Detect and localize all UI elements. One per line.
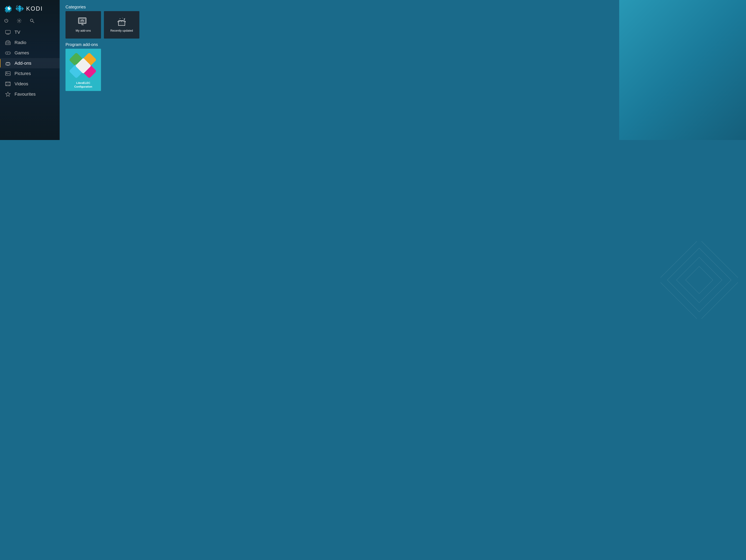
svg-point-16 bbox=[8, 6, 8, 6]
sidebar: KODI bbox=[0, 0, 60, 140]
tv-icon bbox=[5, 30, 11, 34]
settings-button[interactable] bbox=[17, 19, 22, 23]
games-icon bbox=[5, 51, 11, 55]
addons-row: LibreELEC Configuration bbox=[65, 49, 181, 91]
app-title: KODI bbox=[26, 5, 43, 12]
videos-icon bbox=[5, 82, 11, 86]
svg-marker-58 bbox=[5, 92, 10, 96]
sidebar-item-games[interactable]: Games bbox=[0, 48, 60, 58]
recently-updated-label: Recently updated bbox=[110, 29, 133, 32]
sidebar-item-videos[interactable]: Videos bbox=[0, 79, 60, 89]
categories-row: My add-ons bbox=[65, 11, 181, 38]
categories-section: Categories My add-ons bbox=[65, 4, 181, 38]
svg-point-65 bbox=[120, 19, 120, 19]
recently-updated-icon bbox=[116, 18, 127, 27]
svg-marker-21 bbox=[22, 7, 24, 11]
sidebar-item-addons[interactable]: Add-ons bbox=[0, 58, 60, 68]
svg-point-66 bbox=[122, 18, 123, 18]
svg-point-68 bbox=[125, 18, 125, 19]
svg-rect-44 bbox=[5, 71, 10, 76]
svg-line-29 bbox=[33, 21, 34, 23]
pictures-icon bbox=[5, 71, 11, 76]
radio-icon bbox=[5, 40, 11, 45]
program-addons-title: Program add-ons bbox=[65, 42, 181, 47]
svg-marker-69 bbox=[123, 18, 125, 20]
categories-title: Categories bbox=[65, 4, 181, 9]
sidebar-item-favourites-label: Favourites bbox=[15, 92, 36, 97]
program-addons-section: Program add-ons LibreE bbox=[65, 42, 181, 91]
sidebar-item-pictures-label: Pictures bbox=[15, 71, 31, 76]
svg-point-45 bbox=[6, 72, 7, 73]
svg-point-24 bbox=[18, 5, 18, 6]
my-addons-icon bbox=[78, 18, 89, 27]
power-button[interactable] bbox=[4, 19, 9, 23]
search-button[interactable] bbox=[30, 19, 34, 23]
svg-point-35 bbox=[6, 42, 7, 44]
my-addons-card[interactable]: My add-ons bbox=[65, 11, 101, 38]
sidebar-item-addons-label: Add-ons bbox=[15, 61, 31, 66]
libreelec-addon-card[interactable]: LibreELEC Configuration bbox=[65, 49, 101, 91]
libreelec-label: LibreELEC Configuration bbox=[74, 81, 92, 89]
svg-rect-30 bbox=[5, 30, 10, 34]
sidebar-item-videos-label: Videos bbox=[15, 81, 28, 86]
svg-point-23 bbox=[17, 6, 17, 7]
svg-point-41 bbox=[9, 53, 9, 53]
sidebar-item-radio-label: Radio bbox=[15, 40, 26, 45]
svg-marker-20 bbox=[16, 7, 18, 11]
sidebar-item-games-label: Games bbox=[15, 50, 29, 56]
sidebar-item-tv[interactable]: TV bbox=[0, 27, 60, 37]
svg-point-27 bbox=[19, 20, 20, 22]
addons-icon bbox=[5, 61, 11, 66]
nav-items: TV Radio bbox=[0, 27, 60, 140]
favourites-icon bbox=[5, 92, 11, 97]
top-actions bbox=[0, 16, 60, 27]
svg-point-15 bbox=[7, 6, 7, 7]
sidebar-item-tv-label: TV bbox=[15, 30, 20, 35]
svg-point-25 bbox=[16, 7, 17, 7]
kodi-logo-icon bbox=[5, 4, 13, 13]
svg-point-42 bbox=[9, 53, 10, 54]
sidebar-item-favourites[interactable]: Favourites bbox=[0, 89, 60, 99]
libreelec-logo bbox=[69, 51, 98, 79]
my-addons-label: My add-ons bbox=[76, 29, 91, 32]
kodi-logo-icon bbox=[16, 5, 24, 12]
svg-marker-10 bbox=[9, 5, 11, 8]
sidebar-item-pictures[interactable]: Pictures bbox=[0, 68, 60, 79]
logo-area: KODI bbox=[0, 0, 60, 16]
sidebar-item-radio[interactable]: Radio bbox=[0, 37, 60, 48]
svg-rect-43 bbox=[7, 65, 9, 65]
recently-updated-card[interactable]: Recently updated bbox=[104, 11, 139, 38]
